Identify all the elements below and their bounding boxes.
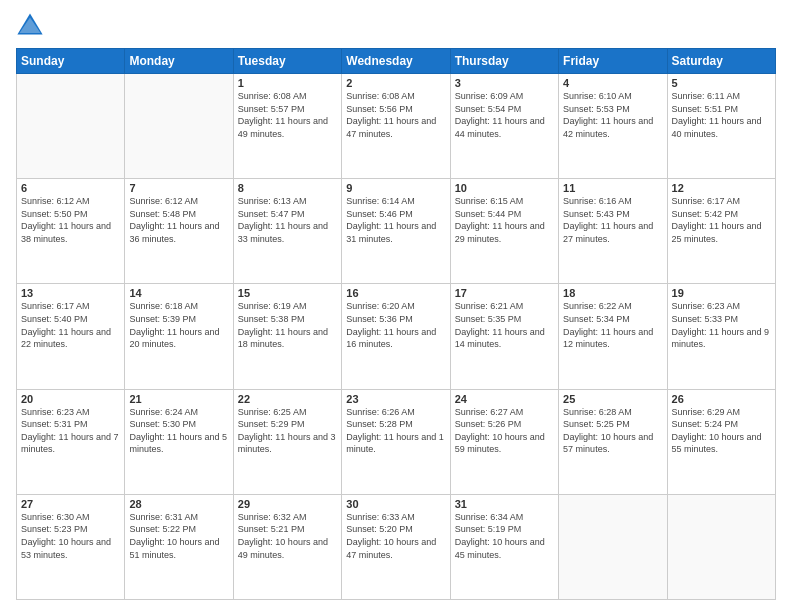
day-number: 16 [346,287,445,299]
day-cell [667,494,775,599]
day-info: Sunrise: 6:11 AM Sunset: 5:51 PM Dayligh… [672,90,771,140]
day-cell: 2Sunrise: 6:08 AM Sunset: 5:56 PM Daylig… [342,74,450,179]
logo [16,12,46,40]
day-number: 1 [238,77,337,89]
day-number: 27 [21,498,120,510]
day-info: Sunrise: 6:27 AM Sunset: 5:26 PM Dayligh… [455,406,554,456]
day-cell [559,494,667,599]
day-number: 14 [129,287,228,299]
week-row-5: 27Sunrise: 6:30 AM Sunset: 5:23 PM Dayli… [17,494,776,599]
weekday-header-thursday: Thursday [450,49,558,74]
day-cell: 9Sunrise: 6:14 AM Sunset: 5:46 PM Daylig… [342,179,450,284]
day-number: 26 [672,393,771,405]
day-info: Sunrise: 6:13 AM Sunset: 5:47 PM Dayligh… [238,195,337,245]
day-cell: 7Sunrise: 6:12 AM Sunset: 5:48 PM Daylig… [125,179,233,284]
day-info: Sunrise: 6:16 AM Sunset: 5:43 PM Dayligh… [563,195,662,245]
week-row-2: 6Sunrise: 6:12 AM Sunset: 5:50 PM Daylig… [17,179,776,284]
day-cell: 29Sunrise: 6:32 AM Sunset: 5:21 PM Dayli… [233,494,341,599]
day-cell: 15Sunrise: 6:19 AM Sunset: 5:38 PM Dayli… [233,284,341,389]
day-cell: 5Sunrise: 6:11 AM Sunset: 5:51 PM Daylig… [667,74,775,179]
header [16,12,776,40]
day-number: 10 [455,182,554,194]
day-cell [17,74,125,179]
day-number: 24 [455,393,554,405]
day-info: Sunrise: 6:08 AM Sunset: 5:56 PM Dayligh… [346,90,445,140]
day-cell: 16Sunrise: 6:20 AM Sunset: 5:36 PM Dayli… [342,284,450,389]
day-info: Sunrise: 6:15 AM Sunset: 5:44 PM Dayligh… [455,195,554,245]
day-info: Sunrise: 6:22 AM Sunset: 5:34 PM Dayligh… [563,300,662,350]
day-cell: 28Sunrise: 6:31 AM Sunset: 5:22 PM Dayli… [125,494,233,599]
calendar-table: SundayMondayTuesdayWednesdayThursdayFrid… [16,48,776,600]
day-number: 8 [238,182,337,194]
day-cell: 21Sunrise: 6:24 AM Sunset: 5:30 PM Dayli… [125,389,233,494]
day-info: Sunrise: 6:33 AM Sunset: 5:20 PM Dayligh… [346,511,445,561]
week-row-3: 13Sunrise: 6:17 AM Sunset: 5:40 PM Dayli… [17,284,776,389]
day-number: 2 [346,77,445,89]
day-cell: 18Sunrise: 6:22 AM Sunset: 5:34 PM Dayli… [559,284,667,389]
day-cell: 17Sunrise: 6:21 AM Sunset: 5:35 PM Dayli… [450,284,558,389]
day-info: Sunrise: 6:12 AM Sunset: 5:48 PM Dayligh… [129,195,228,245]
day-number: 19 [672,287,771,299]
week-row-4: 20Sunrise: 6:23 AM Sunset: 5:31 PM Dayli… [17,389,776,494]
day-number: 31 [455,498,554,510]
day-cell: 23Sunrise: 6:26 AM Sunset: 5:28 PM Dayli… [342,389,450,494]
day-cell: 14Sunrise: 6:18 AM Sunset: 5:39 PM Dayli… [125,284,233,389]
weekday-header-row: SundayMondayTuesdayWednesdayThursdayFrid… [17,49,776,74]
day-cell: 22Sunrise: 6:25 AM Sunset: 5:29 PM Dayli… [233,389,341,494]
day-info: Sunrise: 6:12 AM Sunset: 5:50 PM Dayligh… [21,195,120,245]
day-info: Sunrise: 6:25 AM Sunset: 5:29 PM Dayligh… [238,406,337,456]
day-number: 13 [21,287,120,299]
svg-marker-1 [20,18,41,33]
day-info: Sunrise: 6:31 AM Sunset: 5:22 PM Dayligh… [129,511,228,561]
day-cell: 30Sunrise: 6:33 AM Sunset: 5:20 PM Dayli… [342,494,450,599]
weekday-header-sunday: Sunday [17,49,125,74]
day-cell: 20Sunrise: 6:23 AM Sunset: 5:31 PM Dayli… [17,389,125,494]
weekday-header-wednesday: Wednesday [342,49,450,74]
day-cell: 10Sunrise: 6:15 AM Sunset: 5:44 PM Dayli… [450,179,558,284]
day-number: 15 [238,287,337,299]
day-number: 18 [563,287,662,299]
day-number: 7 [129,182,228,194]
page: SundayMondayTuesdayWednesdayThursdayFrid… [0,0,792,612]
day-info: Sunrise: 6:08 AM Sunset: 5:57 PM Dayligh… [238,90,337,140]
day-info: Sunrise: 6:34 AM Sunset: 5:19 PM Dayligh… [455,511,554,561]
day-number: 20 [21,393,120,405]
day-number: 17 [455,287,554,299]
day-number: 4 [563,77,662,89]
day-number: 25 [563,393,662,405]
day-cell: 24Sunrise: 6:27 AM Sunset: 5:26 PM Dayli… [450,389,558,494]
weekday-header-saturday: Saturday [667,49,775,74]
day-cell: 13Sunrise: 6:17 AM Sunset: 5:40 PM Dayli… [17,284,125,389]
day-info: Sunrise: 6:24 AM Sunset: 5:30 PM Dayligh… [129,406,228,456]
weekday-header-friday: Friday [559,49,667,74]
day-cell: 4Sunrise: 6:10 AM Sunset: 5:53 PM Daylig… [559,74,667,179]
day-number: 11 [563,182,662,194]
day-cell [125,74,233,179]
day-info: Sunrise: 6:17 AM Sunset: 5:42 PM Dayligh… [672,195,771,245]
day-info: Sunrise: 6:23 AM Sunset: 5:31 PM Dayligh… [21,406,120,456]
day-cell: 8Sunrise: 6:13 AM Sunset: 5:47 PM Daylig… [233,179,341,284]
day-info: Sunrise: 6:20 AM Sunset: 5:36 PM Dayligh… [346,300,445,350]
day-info: Sunrise: 6:29 AM Sunset: 5:24 PM Dayligh… [672,406,771,456]
day-number: 23 [346,393,445,405]
day-cell: 25Sunrise: 6:28 AM Sunset: 5:25 PM Dayli… [559,389,667,494]
day-number: 6 [21,182,120,194]
day-info: Sunrise: 6:26 AM Sunset: 5:28 PM Dayligh… [346,406,445,456]
day-cell: 31Sunrise: 6:34 AM Sunset: 5:19 PM Dayli… [450,494,558,599]
weekday-header-monday: Monday [125,49,233,74]
day-cell: 27Sunrise: 6:30 AM Sunset: 5:23 PM Dayli… [17,494,125,599]
day-info: Sunrise: 6:14 AM Sunset: 5:46 PM Dayligh… [346,195,445,245]
day-info: Sunrise: 6:30 AM Sunset: 5:23 PM Dayligh… [21,511,120,561]
weekday-header-tuesday: Tuesday [233,49,341,74]
day-cell: 12Sunrise: 6:17 AM Sunset: 5:42 PM Dayli… [667,179,775,284]
day-cell: 11Sunrise: 6:16 AM Sunset: 5:43 PM Dayli… [559,179,667,284]
day-info: Sunrise: 6:19 AM Sunset: 5:38 PM Dayligh… [238,300,337,350]
day-number: 22 [238,393,337,405]
day-info: Sunrise: 6:18 AM Sunset: 5:39 PM Dayligh… [129,300,228,350]
day-number: 29 [238,498,337,510]
day-number: 12 [672,182,771,194]
day-info: Sunrise: 6:10 AM Sunset: 5:53 PM Dayligh… [563,90,662,140]
day-info: Sunrise: 6:32 AM Sunset: 5:21 PM Dayligh… [238,511,337,561]
day-cell: 19Sunrise: 6:23 AM Sunset: 5:33 PM Dayli… [667,284,775,389]
day-info: Sunrise: 6:09 AM Sunset: 5:54 PM Dayligh… [455,90,554,140]
